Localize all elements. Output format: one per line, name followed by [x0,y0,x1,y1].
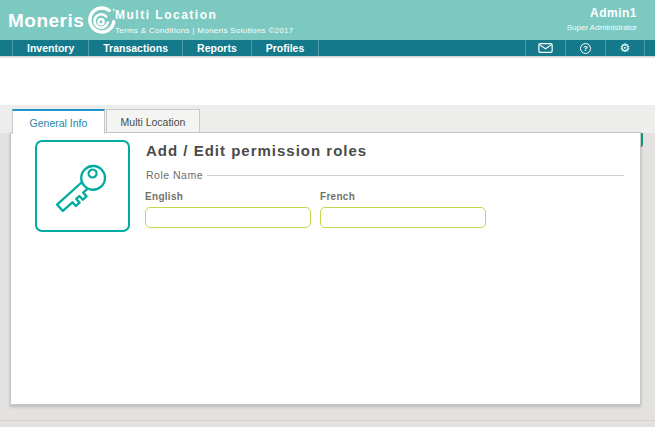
help-button[interactable]: ? [565,40,605,56]
section-divider [207,175,624,176]
nav-menu: Inventory Transactions Reports Profiles [12,40,319,56]
permission-key-badge [35,140,130,232]
form-heading: Add / Edit permission roles [146,142,367,159]
key-icon [47,150,119,222]
french-field-group: French [320,191,486,228]
nav-icons: ? ⚙ [525,40,655,56]
app-subtitle: Terms & Conditions | Moneris Solutions ©… [115,26,294,35]
english-label: English [145,191,311,202]
mail-icon [538,43,553,53]
mail-button[interactable] [525,40,565,56]
bottom-strip [0,405,655,427]
app-title: Multi Location [115,8,294,22]
page-title-band: Permission Roles Home • Employees • Perm… [0,58,655,105]
main-nav: Inventory Transactions Reports Profiles … [0,40,655,57]
content-panel: Add / Edit permission roles Role Name En… [10,132,641,405]
role-name-section: Role Name [146,169,624,181]
top-header: Moneris Multi Location Terms & Condition… [0,0,655,40]
bottom-divider [0,420,655,421]
app-window: Moneris Multi Location Terms & Condition… [0,0,655,427]
moneris-brand-text: Moneris [8,10,84,32]
help-icon: ? [580,43,591,54]
tab-strip: General Info Multi Location [0,105,655,133]
tab-multi-location[interactable]: Multi Location [106,109,200,134]
french-input[interactable] [320,207,486,228]
nav-item-profiles[interactable]: Profiles [252,40,320,56]
app-title-block: Multi Location Terms & Conditions | Mone… [115,8,294,35]
english-input[interactable] [145,207,311,228]
french-label: French [320,191,486,202]
user-name: Admin1 [567,6,637,20]
nav-item-transactions[interactable]: Transactions [89,40,183,56]
english-field-group: English [145,191,311,228]
tab-general-info[interactable]: General Info [12,109,105,134]
nav-item-inventory[interactable]: Inventory [12,40,89,56]
moneris-logo: Moneris [8,6,116,36]
gear-icon: ⚙ [620,42,631,54]
user-role: Super Administrator [567,23,637,32]
moneris-swirl-icon [86,6,116,36]
nav-item-reports[interactable]: Reports [183,40,252,56]
role-name-label: Role Name [146,169,203,181]
settings-button[interactable]: ⚙ [605,40,645,56]
